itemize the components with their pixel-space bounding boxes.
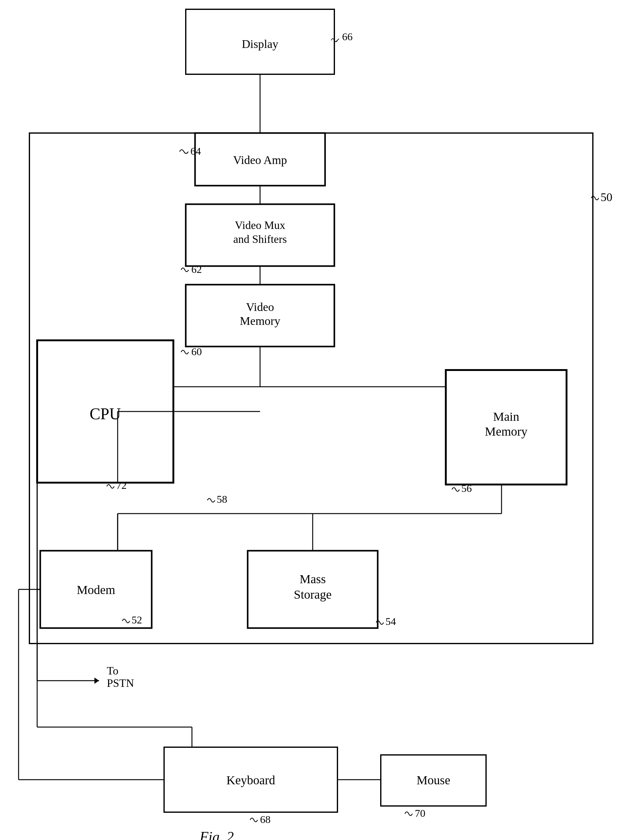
svg-text:70: 70 [415, 807, 425, 819]
svg-text:62: 62 [192, 264, 202, 275]
svg-text:Display: Display [242, 38, 278, 51]
svg-text:60: 60 [192, 346, 202, 357]
svg-text:Mouse: Mouse [417, 773, 450, 787]
svg-text:64: 64 [190, 145, 201, 157]
svg-text:Video Mux: Video Mux [235, 219, 285, 231]
svg-text:Modem: Modem [77, 583, 115, 597]
svg-text:Keyboard: Keyboard [226, 773, 275, 787]
svg-text:To: To [107, 665, 118, 677]
svg-text:Memory: Memory [240, 314, 280, 327]
svg-text:CPU: CPU [89, 405, 121, 423]
svg-text:PSTN: PSTN [107, 677, 134, 689]
svg-text:Mass: Mass [300, 572, 326, 586]
svg-text:58: 58 [217, 493, 227, 505]
svg-text:Video: Video [246, 300, 274, 313]
svg-text:Fig. 2: Fig. 2 [199, 829, 234, 840]
svg-text:Memory: Memory [485, 425, 527, 438]
diagram-svg: Display 66 Video Amp 64 Video Mux and Sh… [0, 0, 630, 840]
svg-text:50: 50 [601, 191, 613, 204]
diagram-container: Display 66 Video Amp 64 Video Mux and Sh… [0, 0, 630, 840]
svg-text:Storage: Storage [294, 587, 332, 602]
svg-marker-48 [94, 677, 99, 684]
svg-text:and Shifters: and Shifters [233, 233, 287, 245]
svg-text:Video Amp: Video Amp [233, 153, 287, 166]
svg-text:52: 52 [131, 614, 142, 625]
svg-text:Main: Main [493, 410, 519, 423]
svg-text:56: 56 [461, 483, 472, 494]
svg-text:54: 54 [385, 616, 396, 627]
svg-text:66: 66 [342, 31, 353, 43]
svg-text:68: 68 [260, 814, 271, 825]
